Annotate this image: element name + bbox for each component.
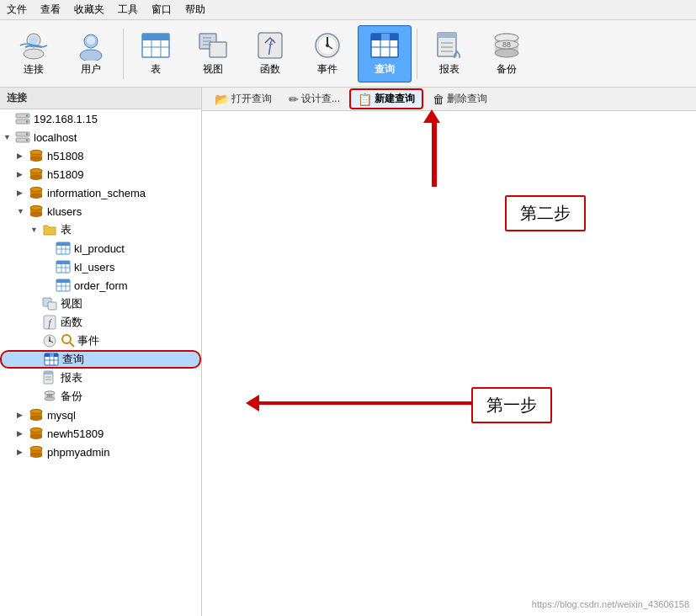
step1-arrow-head [246,395,259,412]
tree-item-klusers[interactable]: ▼klusers [0,202,201,220]
tree-item-tables_folder[interactable]: ▼表 [0,220,201,239]
toolbar-connect-label: 连接 [24,62,44,77]
toolbar-view[interactable]: 视图 [186,25,240,82]
views_folder-label: 视图 [61,296,82,311]
tree-item-queries_folder[interactable]: 查询 [0,350,201,369]
svg-point-87 [62,335,71,343]
tree-item-info_schema[interactable]: ▶information_schema [0,183,201,202]
toolbar-func[interactable]: f 函数 [243,25,297,82]
tree-item-backup_folder[interactable]: 88备份 [0,387,201,406]
svg-point-62 [30,213,42,217]
tree-item-kl_product[interactable]: kl_product [0,239,201,258]
menu-help[interactable]: 帮助 [185,3,205,17]
tree-item-order_form[interactable]: order_form [0,276,201,295]
toolbar-backup[interactable]: 88 备份 [480,25,534,82]
view-icon [198,30,228,61]
tree-item-ip1[interactable]: 192.168.1.15 [0,109,201,128]
svg-point-46 [26,133,28,135]
toolbar-view-label: 视图 [203,62,223,77]
tree-item-events_folder[interactable]: 事件 [0,332,201,350]
svg-point-59 [30,188,42,192]
phpmyadmin-icon [29,444,44,459]
svg-point-55 [30,169,42,173]
klusers-icon [29,204,44,219]
backup_folder-icon: 88 [42,389,57,404]
main-area: 连接 192.168.1.15▼localhost▶h51808▶h51809▶… [0,88,696,616]
toolbar-connect[interactable]: 连接 [7,25,61,82]
toolbar-event[interactable]: 事件 [300,25,354,82]
menu-file[interactable]: 文件 [7,3,27,17]
tree-item-h51808[interactable]: ▶h51808 [0,146,201,165]
backup-icon: 88 [491,30,522,61]
tree-item-funcs_folder[interactable]: f函数 [0,313,201,332]
info_schema-label: information_schema [47,187,146,199]
tables_folder-label: 表 [61,222,72,237]
tree-item-mysql[interactable]: ▶mysql [0,406,201,424]
toolbar-report-label: 报表 [439,62,460,77]
query-icon [369,30,400,61]
svg-point-5 [87,36,95,45]
svg-rect-94 [50,353,54,357]
watermark: https://blog.csdn.net/weixin_43606158 [532,599,689,609]
func-icon: f [255,30,285,61]
user-icon [76,30,106,61]
events_folder-label: 事件 [77,333,99,348]
newh51809-icon [29,426,44,441]
toolbar-user-label: 用户 [81,62,101,77]
step1-box: 第一步 [471,387,552,423]
design-query-label: 设计查... [301,92,340,106]
queries_folder-label: 查询 [62,352,84,367]
new-query-btn[interactable]: 📋 新建查询 [349,88,423,109]
svg-point-36 [495,49,518,57]
svg-rect-96 [44,371,53,374]
toolbar-backup-label: 备份 [497,62,517,77]
tree-item-views_folder[interactable]: 视图 [0,295,201,313]
toolbar-query[interactable]: 查询 [358,25,412,82]
svg-rect-12 [210,42,226,57]
tree-item-reports_folder[interactable]: 报表 [0,369,201,387]
toolbar-sep-2 [417,29,417,79]
step2-box: 第二步 [505,195,586,231]
funcs_folder-icon: f [42,315,57,330]
backup_folder-label: 备份 [61,389,82,404]
svg-point-58 [30,194,42,199]
toolbar-report[interactable]: 报表 [422,25,476,82]
delete-query-btn[interactable]: 🗑 删除查询 [425,89,495,109]
toolbar-query-label: 查询 [375,62,395,77]
open-query-label: 打开查询 [231,92,272,106]
svg-rect-65 [56,242,70,246]
tree-item-h51809[interactable]: ▶h51809 [0,165,201,183]
svg-text:88: 88 [47,393,53,398]
workspace: 第二步 第一步 https://blog.csdn.net/weixin_436… [202,111,696,616]
toolbar: 连接 用户 表 [0,20,696,88]
open-query-icon: 📂 [215,93,229,106]
kl_users-label: kl_users [74,261,114,273]
svg-rect-75 [56,279,70,283]
mysql-label: mysql [47,409,76,422]
menu-favorites[interactable]: 收藏夹 [74,3,104,17]
open-query-btn[interactable]: 📂 打开查询 [207,89,279,109]
toolbar-event-label: 事件 [317,62,337,77]
design-query-icon: ✏ [289,93,299,106]
tree-item-phpmyadmin[interactable]: ▶phpmyadmin [0,443,201,461]
svg-point-51 [30,151,42,155]
tree-item-kl_users[interactable]: kl_users [0,258,201,276]
svg-line-88 [70,343,74,347]
tree-item-newh51809[interactable]: ▶newh51809 [0,424,201,443]
svg-point-111 [30,428,42,433]
reports_folder-icon [42,370,57,385]
svg-point-110 [30,435,42,439]
menu-window[interactable]: 窗口 [151,3,172,17]
design-query-btn[interactable]: ✏ 设计查... [281,89,348,109]
menu-view[interactable]: 查看 [40,3,61,17]
tables_folder-icon [42,222,57,237]
klusers-label: klusers [47,205,82,218]
tree-item-localhost[interactable]: ▼localhost [0,128,201,146]
toolbar-table[interactable]: 表 [129,25,183,82]
toolbar-user[interactable]: 用户 [64,25,118,82]
info_schema-icon [29,185,44,200]
kl_product-icon [56,241,71,256]
ip1-label: 192.168.1.15 [34,113,98,125]
svg-point-47 [26,139,28,141]
menu-tools[interactable]: 工具 [118,3,138,17]
